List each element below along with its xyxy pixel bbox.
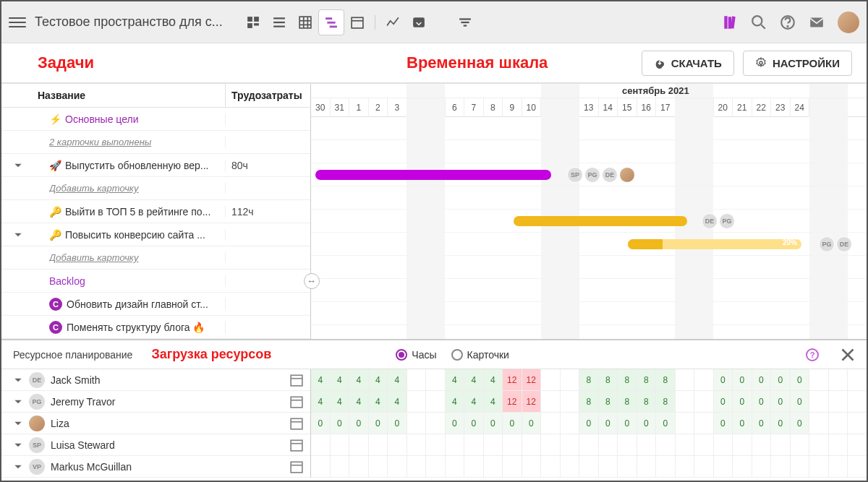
workload-cell[interactable] — [446, 434, 465, 455]
workload-cell[interactable] — [407, 413, 427, 434]
task-row[interactable]: ⚡Основные цели — [1, 108, 310, 131]
workload-cell[interactable] — [809, 434, 829, 455]
workload-cell[interactable] — [369, 434, 388, 455]
workload-cell[interactable]: 0 — [771, 391, 791, 412]
chevron-down-icon[interactable] — [13, 418, 23, 429]
workload-cell[interactable]: 0 — [656, 413, 676, 434]
books-icon[interactable] — [722, 14, 738, 30]
workload-cell[interactable] — [464, 434, 484, 455]
workload-cell[interactable] — [503, 456, 522, 477]
chevron-down-icon[interactable] — [13, 440, 23, 450]
effort-cell[interactable]: 112ч — [226, 206, 310, 218]
workload-cell[interactable] — [464, 456, 484, 477]
workload-cell[interactable]: 0 — [733, 391, 752, 412]
calendar-icon[interactable] — [290, 460, 303, 473]
workload-cell[interactable] — [561, 391, 580, 412]
workload-cell[interactable]: 0 — [771, 369, 791, 390]
workload-cell[interactable]: 0 — [791, 369, 810, 390]
task-row[interactable]: 🔑Повысить конверсию сайта ... — [1, 223, 310, 246]
workspace-title[interactable]: Тестовое пространство для с... — [35, 14, 223, 30]
workload-cell[interactable]: 4 — [484, 369, 503, 390]
workload-cell[interactable] — [331, 434, 350, 455]
workload-cell[interactable]: 0 — [714, 413, 733, 434]
chevron-down-icon[interactable] — [13, 397, 23, 407]
workload-cell[interactable]: 12 — [503, 369, 522, 390]
workload-cell[interactable]: 4 — [446, 391, 465, 412]
assignee-avatar[interactable]: PG — [819, 236, 835, 252]
workload-cell[interactable] — [503, 434, 522, 455]
workload-cell[interactable]: 4 — [464, 391, 484, 412]
workload-cell[interactable] — [694, 413, 714, 434]
day-cell[interactable]: 20 — [714, 98, 733, 117]
workload-cell[interactable] — [829, 434, 848, 455]
gantt-bar-row[interactable]: 20% PG DE — [311, 233, 867, 256]
workload-cell[interactable]: 0 — [311, 413, 331, 434]
workload-cell[interactable] — [791, 434, 810, 455]
workload-cell[interactable] — [752, 456, 772, 477]
workload-cell[interactable]: 0 — [349, 413, 369, 434]
workload-cell[interactable]: 4 — [369, 369, 388, 390]
workload-cell[interactable] — [809, 369, 829, 390]
workload-cell[interactable]: 0 — [599, 413, 618, 434]
day-cell[interactable]: 21 — [733, 98, 752, 117]
workload-cell[interactable] — [426, 369, 446, 390]
close-resource-pane-icon[interactable] — [841, 348, 855, 362]
workload-cell[interactable]: 12 — [503, 391, 522, 412]
workload-cell[interactable]: 0 — [618, 413, 637, 434]
resource-help-icon[interactable]: ? — [806, 348, 819, 361]
chart-view-icon[interactable] — [380, 9, 406, 35]
workload-cell[interactable] — [426, 391, 446, 412]
workload-cell[interactable] — [809, 391, 829, 412]
workload-cell[interactable]: 8 — [656, 369, 676, 390]
workload-cell[interactable] — [809, 456, 829, 477]
workload-cell[interactable] — [637, 456, 657, 477]
workload-cell[interactable] — [618, 456, 637, 477]
assignee-avatar[interactable]: PG — [719, 213, 735, 229]
workload-cell[interactable]: 12 — [522, 369, 542, 390]
day-cell[interactable]: 16 — [637, 98, 657, 117]
workload-cell[interactable] — [829, 369, 848, 390]
workload-cell[interactable] — [541, 434, 561, 455]
workload-cell[interactable]: 0 — [484, 413, 503, 434]
workload-cell[interactable] — [579, 456, 599, 477]
assignee-avatar[interactable]: DE — [702, 213, 718, 229]
workload-cell[interactable]: 0 — [464, 413, 484, 434]
workload-cell[interactable] — [446, 456, 465, 477]
user-avatar[interactable] — [838, 12, 859, 33]
assignee-avatar[interactable]: DE — [602, 167, 618, 183]
workload-cell[interactable]: 4 — [388, 369, 407, 390]
download-button[interactable]: СКАЧАТЬ — [642, 51, 734, 76]
workload-cell[interactable] — [676, 413, 695, 434]
workload-cell[interactable] — [407, 456, 427, 477]
workload-cell[interactable]: 0 — [752, 369, 772, 390]
workload-cell[interactable] — [618, 434, 637, 455]
effort-cell[interactable]: 80ч — [226, 160, 310, 171]
workload-cell[interactable] — [676, 434, 695, 455]
day-cell[interactable]: 14 — [599, 98, 618, 117]
day-cell[interactable]: 6 — [446, 98, 465, 117]
workload-cell[interactable] — [541, 413, 561, 434]
day-cell[interactable]: 15 — [618, 98, 637, 117]
workload-cell[interactable] — [656, 434, 676, 455]
workload-cell[interactable]: 4 — [349, 391, 369, 412]
workload-cell[interactable] — [388, 434, 407, 455]
resource-row[interactable]: DEJack Smith — [1, 369, 310, 391]
workload-cell[interactable]: 4 — [446, 369, 465, 390]
gantt-bar-row[interactable]: SP PG DE — [311, 163, 867, 186]
workload-cell[interactable] — [331, 456, 350, 477]
workload-cell[interactable] — [561, 434, 580, 455]
workload-cell[interactable]: 4 — [388, 391, 407, 412]
day-cell[interactable]: 30 — [311, 98, 331, 117]
task-row[interactable]: CОбновить дизайн главной ст... — [1, 293, 310, 316]
day-cell[interactable]: 8 — [484, 98, 503, 117]
workload-cell[interactable] — [561, 369, 580, 390]
help-icon[interactable] — [780, 14, 796, 30]
workload-cell[interactable] — [676, 369, 695, 390]
pane-resize-handle[interactable]: ↔ — [304, 273, 320, 289]
workload-cell[interactable] — [694, 391, 714, 412]
calendar-icon[interactable] — [290, 417, 303, 430]
workload-cell[interactable] — [771, 456, 791, 477]
workload-cell[interactable]: 8 — [656, 391, 676, 412]
workload-cell[interactable]: 8 — [618, 391, 637, 412]
search-icon[interactable] — [751, 14, 767, 30]
